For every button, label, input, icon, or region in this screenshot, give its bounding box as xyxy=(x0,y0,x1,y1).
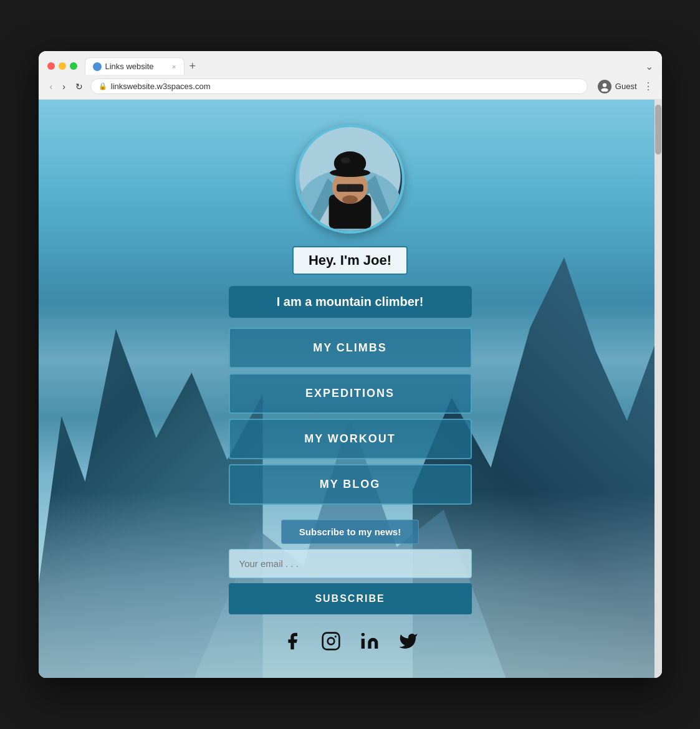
subscribe-title-button[interactable]: Subscribe to my news! xyxy=(281,520,419,544)
lock-icon: 🔒 xyxy=(98,82,107,90)
subtitle-button[interactable]: I am a mountain climber! xyxy=(229,286,472,318)
my-workout-button[interactable]: MY WORKOUT xyxy=(229,419,472,459)
name-tag: Hey. I'm Joe! xyxy=(292,246,408,275)
my-climbs-button[interactable]: MY CLIMBS xyxy=(229,328,472,368)
email-input[interactable] xyxy=(229,549,472,578)
instagram-icon[interactable] xyxy=(319,629,343,653)
close-window-button[interactable] xyxy=(47,62,55,70)
svg-point-15 xyxy=(341,157,350,163)
svg-rect-11 xyxy=(337,184,348,191)
svg-point-14 xyxy=(334,151,367,175)
user-avatar-icon xyxy=(598,80,611,93)
svg-point-20 xyxy=(361,633,364,636)
svg-point-9 xyxy=(342,196,358,204)
user-label: Guest xyxy=(615,82,637,91)
refresh-button[interactable]: ↻ xyxy=(73,80,85,93)
svg-rect-12 xyxy=(352,184,363,191)
page-content: Hey. I'm Joe! I am a mountain climber! M… xyxy=(39,100,662,678)
avatar xyxy=(295,125,405,234)
traffic-lights xyxy=(47,62,77,70)
user-area: Guest ⋮ xyxy=(598,80,653,93)
expeditions-button[interactable]: EXPEDITIONS xyxy=(229,373,472,414)
tab-close-button[interactable]: × xyxy=(172,63,176,70)
name-tag-text: Hey. I'm Joe! xyxy=(309,252,391,268)
tab-overflow-button[interactable]: ⌄ xyxy=(645,60,653,72)
maximize-window-button[interactable] xyxy=(70,62,77,70)
linkedin-icon[interactable] xyxy=(358,629,381,653)
forward-button[interactable]: › xyxy=(60,80,68,93)
title-bar: Links website × + ⌄ xyxy=(39,51,662,75)
browser-window: Links website × + ⌄ ‹ › ↻ 🔒 linkswebsite… xyxy=(39,51,662,678)
avatar-face xyxy=(298,127,402,231)
browser-chrome: Links website × + ⌄ ‹ › ↻ 🔒 linkswebsite… xyxy=(39,51,662,100)
avatar-illustration xyxy=(298,125,402,231)
svg-rect-16 xyxy=(322,633,339,650)
my-blog-button[interactable]: MY BLOG xyxy=(229,464,472,505)
subscribe-section: Subscribe to my news! SUBSCRIBE xyxy=(229,520,472,614)
svg-point-17 xyxy=(327,638,334,645)
tab-bar: Links website × + ⌄ xyxy=(85,57,653,75)
url-bar[interactable]: 🔒 linkswebsite.w3spaces.com xyxy=(90,79,588,94)
address-bar: ‹ › ↻ 🔒 linkswebsite.w3spaces.com Guest … xyxy=(39,75,662,100)
tab-title: Links website xyxy=(105,62,154,71)
subscribe-button[interactable]: SUBSCRIBE xyxy=(229,583,472,614)
browser-menu-button[interactable]: ⋮ xyxy=(643,80,653,92)
new-tab-button[interactable]: + xyxy=(189,60,196,73)
facebook-icon[interactable] xyxy=(280,629,304,653)
back-button[interactable]: ‹ xyxy=(47,80,55,93)
minimize-window-button[interactable] xyxy=(59,62,66,70)
svg-point-18 xyxy=(334,636,336,637)
browser-content-area: Hey. I'm Joe! I am a mountain climber! M… xyxy=(39,100,662,678)
twitter-icon[interactable] xyxy=(396,629,420,653)
active-tab[interactable]: Links website × xyxy=(85,57,185,75)
website-content: Hey. I'm Joe! I am a mountain climber! M… xyxy=(39,100,662,678)
svg-rect-19 xyxy=(361,639,364,649)
url-text: linkswebsite.w3spaces.com xyxy=(111,82,211,91)
svg-point-1 xyxy=(601,88,608,92)
social-icons xyxy=(280,629,420,653)
svg-point-0 xyxy=(603,83,607,87)
tab-favicon-icon xyxy=(93,62,102,71)
